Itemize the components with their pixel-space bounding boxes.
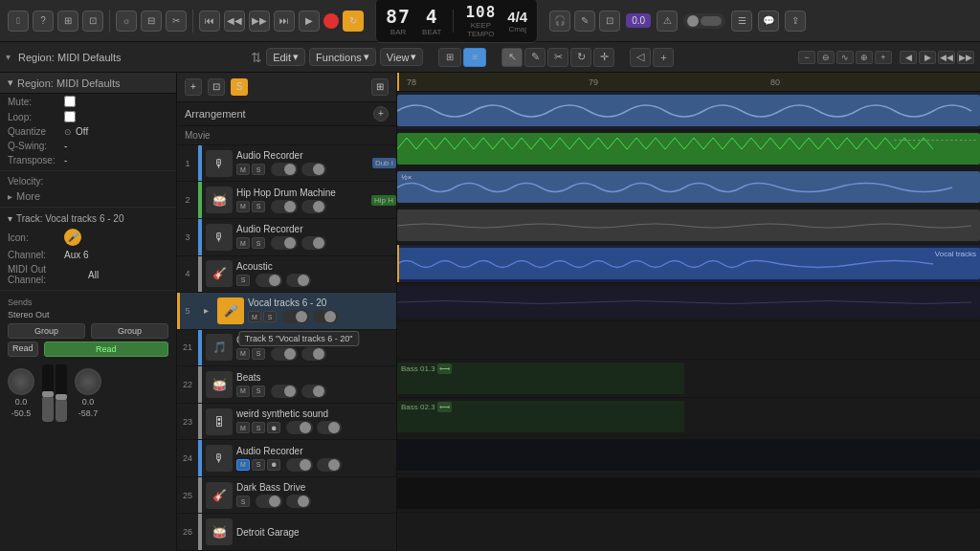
track-row-23[interactable]: 23 🎛 weird synthetic sound M S ⏺ xyxy=(177,404,396,441)
solo-btn-5[interactable]: S xyxy=(263,311,277,322)
alert-btn[interactable]: ⚠ xyxy=(657,11,678,32)
toggle-23[interactable] xyxy=(286,421,313,434)
zoom-out[interactable]: ⊖ xyxy=(817,51,835,64)
mute-btn-22[interactable]: M xyxy=(236,386,250,397)
zoom-plus[interactable]: + xyxy=(875,51,892,64)
headphone-btn[interactable]: 🎧 xyxy=(549,11,570,32)
clip-3[interactable]: ½× xyxy=(397,171,980,203)
functions-menu[interactable]: Functions ▾ xyxy=(309,48,376,66)
toggle-1[interactable] xyxy=(271,163,298,176)
track-row-1[interactable]: 1 🎙 Audio Recorder M S Dub I xyxy=(177,145,396,183)
track-expand-5[interactable]: ▸ xyxy=(198,303,213,319)
rewind-btn[interactable]: ⏮ xyxy=(199,11,220,32)
snap-add-btn[interactable]: + xyxy=(653,48,674,67)
more-row[interactable]: ▸ More xyxy=(0,188,176,204)
add-track-btn[interactable]: + xyxy=(185,78,202,96)
expand-btn[interactable]: ⊞ xyxy=(371,78,389,96)
vol-22[interactable] xyxy=(301,385,326,398)
knob-2[interactable] xyxy=(75,368,101,395)
clip-25[interactable] xyxy=(397,439,980,471)
highlight-btn[interactable]: S xyxy=(231,78,248,96)
sun-btn[interactable]: ☼ xyxy=(116,11,137,32)
apple-btn[interactable]:  xyxy=(8,11,29,32)
sort-btn[interactable]: ⇅ xyxy=(251,50,262,65)
waveform-btn[interactable]: ∿ xyxy=(836,51,854,64)
loop-checkbox[interactable] xyxy=(64,111,76,122)
monitor-btn[interactable]: ⊡ xyxy=(599,11,620,32)
cycle-btn[interactable]: ↻ xyxy=(343,11,364,32)
clip-23[interactable]: Bass 01.3 ⟷ xyxy=(397,363,684,394)
solo-btn-24[interactable]: S xyxy=(252,459,265,471)
zoom-minus[interactable]: − xyxy=(798,51,815,64)
track-row-26[interactable]: 26 🥁 Detroit Garage xyxy=(177,514,396,551)
mute-btn-5[interactable]: M xyxy=(248,311,261,322)
play-btn[interactable]: ▶ xyxy=(299,11,320,32)
record-btn[interactable] xyxy=(323,13,339,29)
vol-2[interactable] xyxy=(301,200,326,213)
clip-4[interactable] xyxy=(397,209,980,241)
vol-25[interactable] xyxy=(286,495,311,508)
mute-btn-21[interactable]: M xyxy=(236,348,250,360)
mute-checkbox[interactable] xyxy=(64,96,76,107)
arrangement-add-btn[interactable]: + xyxy=(373,106,389,121)
clip-26[interactable] xyxy=(397,477,980,509)
toggle-21[interactable] xyxy=(271,347,298,361)
track-row-3[interactable]: 3 🎙 Audio Recorder M S xyxy=(177,219,396,256)
user-btn[interactable]: 0.0 xyxy=(626,13,651,28)
settings-btn[interactable]: ⊞ xyxy=(57,11,78,32)
mute-btn-24[interactable]: M xyxy=(236,459,250,471)
to-end-btn[interactable]: ⏭ xyxy=(274,11,295,32)
clip-1[interactable] xyxy=(397,95,980,126)
toggle-5[interactable] xyxy=(282,310,309,323)
cut-btn[interactable]: ✂ xyxy=(166,11,187,32)
track-row-25[interactable]: 25 🎸 Dark Bass Drive S xyxy=(177,477,396,515)
toggle-25[interactable] xyxy=(256,495,282,508)
loop-tool[interactable]: ↻ xyxy=(570,48,591,67)
scissors-tool[interactable]: ✂ xyxy=(547,48,568,67)
group-btn-left[interactable]: Group xyxy=(8,323,85,339)
scroll-left2[interactable]: ◀◀ xyxy=(938,51,955,64)
vol-23[interactable] xyxy=(317,421,342,434)
vol-5[interactable] xyxy=(313,310,338,323)
group-btn-right[interactable]: Group xyxy=(91,323,168,339)
zoom-in[interactable]: ⊕ xyxy=(856,51,873,64)
fader-track-2[interactable] xyxy=(56,364,67,422)
clip-21[interactable] xyxy=(397,286,980,318)
vol-1[interactable] xyxy=(301,163,326,176)
toggle-switch[interactable] xyxy=(683,13,725,29)
pencil-tool[interactable]: ✎ xyxy=(524,48,546,67)
solo-btn-25[interactable]: S xyxy=(236,496,250,507)
vol-24[interactable] xyxy=(317,458,342,472)
track-row-2[interactable]: 2 🥁 Hip Hop Drum Machine M S Hip H xyxy=(177,182,396,219)
scroll-left[interactable]: ◀ xyxy=(900,51,917,64)
skip-btn[interactable]: ▶▶ xyxy=(249,11,270,32)
mute-btn-3[interactable]: M xyxy=(236,237,250,249)
mute-btn-23[interactable]: M xyxy=(236,422,250,433)
clip-24[interactable]: Bass 02.3 ⟷ xyxy=(397,401,684,432)
toggle-24[interactable] xyxy=(286,458,313,472)
snap-btn[interactable]: ◁ xyxy=(630,48,651,67)
solo-btn-4[interactable]: S xyxy=(236,275,250,286)
read-btn-left[interactable]: Read xyxy=(8,342,38,357)
mute-btn-1[interactable]: M xyxy=(236,164,250,175)
scroll-right2[interactable]: ▶▶ xyxy=(957,51,974,64)
scroll-right[interactable]: ▶ xyxy=(919,51,936,64)
chat-btn[interactable]: 💬 xyxy=(758,11,779,32)
pointer-tool[interactable]: ↖ xyxy=(501,48,523,67)
toggle-4[interactable] xyxy=(256,274,282,287)
folder-btn[interactable]: ⊡ xyxy=(208,78,225,96)
toggle-3[interactable] xyxy=(271,236,298,250)
info-btn[interactable]: ? xyxy=(33,11,54,32)
solo-btn-23[interactable]: S xyxy=(252,422,265,433)
track-row-22[interactable]: 22 🥁 Beats M S xyxy=(177,366,396,404)
clip-2[interactable]: - - - - - - - - - - - - - - - - - - xyxy=(397,133,980,165)
crosshair-tool[interactable]: ✛ xyxy=(593,48,614,67)
vol-3[interactable] xyxy=(301,236,326,250)
solo-btn-22[interactable]: S xyxy=(252,386,265,397)
back-btn[interactable]: ◀◀ xyxy=(224,11,245,32)
clip-5[interactable]: Vocal tracks xyxy=(397,248,980,279)
record-btn-24[interactable]: ⏺ xyxy=(267,459,280,471)
track-row-4[interactable]: 4 🎸 Acoustic S xyxy=(177,256,396,294)
solo-btn-2[interactable]: S xyxy=(252,201,265,212)
share-btn[interactable]: ⇪ xyxy=(785,11,806,32)
